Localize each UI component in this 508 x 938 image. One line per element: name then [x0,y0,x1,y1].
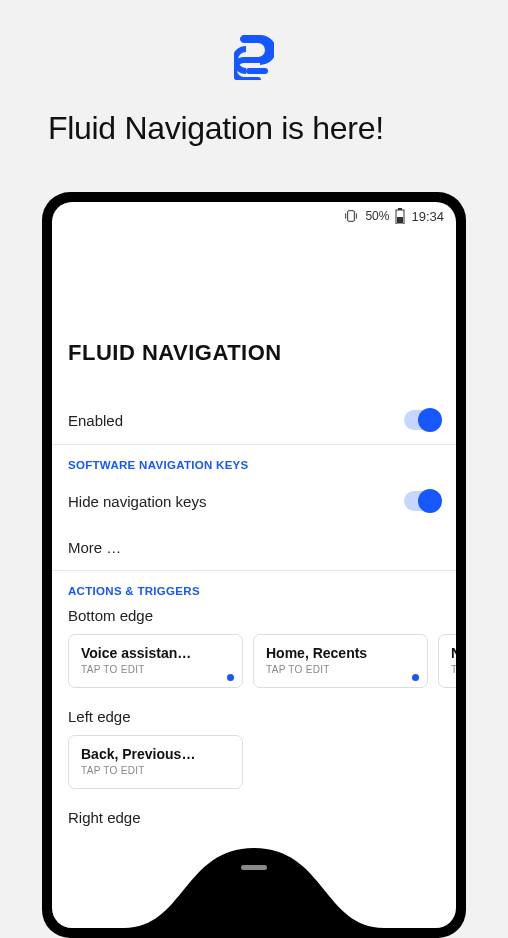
gesture-pill-icon [241,865,267,870]
battery-percent: 50% [365,209,389,223]
card-title: Back, Previous… [81,746,230,762]
vibrate-icon [343,208,359,224]
svg-rect-7 [397,217,403,223]
page-headline: Fluid Navigation is here! [0,80,508,147]
card-title: No [451,645,456,661]
screen-title: FLUID NAVIGATION [52,230,456,396]
hide-nav-keys-label: Hide navigation keys [68,493,206,510]
status-bar: 50% 19:34 [52,202,456,230]
bottom-edge-cards: Voice assistan… TAP TO EDIT Home, Recent… [52,634,456,688]
section-header-actions: ACTIONS & TRIGGERS [52,571,456,603]
indicator-dot-icon [412,674,419,681]
enabled-row[interactable]: Enabled [52,396,456,445]
section-header-nav-keys: SOFTWARE NAVIGATION KEYS [52,445,456,477]
enabled-toggle[interactable] [404,410,440,430]
card-hint: TAP TO EDIT [81,664,230,675]
card-hint: TAP TO EDIT [81,765,230,776]
more-row[interactable]: More … [52,525,456,571]
bottom-edge-label: Bottom edge [52,603,456,634]
svg-rect-0 [240,36,262,42]
enabled-label: Enabled [68,412,123,429]
phone-frame: 50% 19:34 FLUID NAVIGATION Enabled SOFTW… [42,192,466,938]
left-card-back-previous[interactable]: Back, Previous… TAP TO EDIT [68,735,243,789]
hide-nav-keys-row[interactable]: Hide navigation keys [52,477,456,525]
gesture-pill-hill [124,838,384,928]
card-title: Voice assistan… [81,645,230,661]
bottom-card-partial[interactable]: No TAP [438,634,456,688]
right-edge-label: Right edge [52,789,456,836]
more-label: More … [68,539,121,556]
card-hint: TAP [451,664,456,675]
indicator-dot-icon [227,674,234,681]
hide-nav-keys-toggle[interactable] [404,491,440,511]
bottom-card-voice-assistant[interactable]: Voice assistan… TAP TO EDIT [68,634,243,688]
left-edge-label: Left edge [52,688,456,735]
card-title: Home, Recents [266,645,415,661]
svg-rect-1 [246,68,268,74]
status-clock: 19:34 [411,209,444,224]
phone-screen: 50% 19:34 FLUID NAVIGATION Enabled SOFTW… [52,202,456,928]
left-edge-cards: Back, Previous… TAP TO EDIT [52,735,456,789]
bottom-card-home-recents[interactable]: Home, Recents TAP TO EDIT [253,634,428,688]
battery-icon [395,208,405,224]
card-hint: TAP TO EDIT [266,664,415,675]
svg-rect-2 [348,211,355,222]
app-logo [0,0,508,80]
